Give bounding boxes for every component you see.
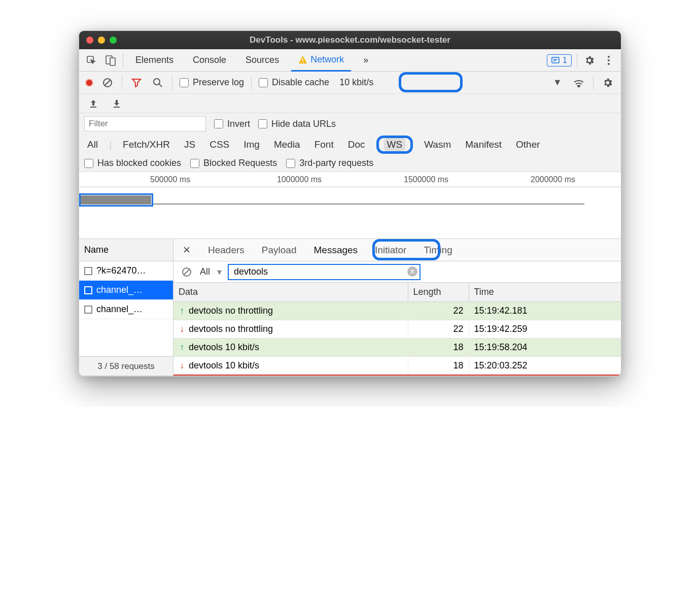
col-length[interactable]: Length xyxy=(408,283,469,302)
timeline-overview[interactable]: 500000 ms 1000000 ms 1500000 ms 2000000 … xyxy=(79,172,621,239)
request-row[interactable]: ?k=62470… xyxy=(79,261,173,281)
svg-rect-4 xyxy=(302,61,303,62)
overview-line xyxy=(153,204,584,205)
filter-img[interactable]: Img xyxy=(240,138,263,151)
issues-icon xyxy=(551,56,559,64)
close-window-button[interactable] xyxy=(86,37,93,44)
close-detail-button[interactable]: ✕ xyxy=(180,243,194,257)
throttling-caret-icon[interactable]: ▼ xyxy=(550,76,565,90)
message-type-select[interactable]: All ▾ xyxy=(200,266,222,278)
separator xyxy=(123,54,123,67)
filter-font[interactable]: Font xyxy=(311,138,337,151)
arrow-up-icon: ↑ xyxy=(179,306,186,316)
svg-point-6 xyxy=(608,56,610,58)
message-row[interactable]: ↓devtools 10 kbit/s1815:20:03.252 xyxy=(173,357,621,376)
minimize-window-button[interactable] xyxy=(98,37,105,44)
tick-label: 2000000 ms xyxy=(531,175,575,184)
arrow-up-icon: ↑ xyxy=(179,342,186,353)
separator xyxy=(577,54,577,67)
request-list: Name ?k=62470…channel_…channel_… 3 / 58 … xyxy=(79,239,173,376)
record-button[interactable] xyxy=(85,79,93,87)
tab-network[interactable]: Network xyxy=(291,49,351,72)
hide-data-urls-checkbox[interactable]: Hide data URLs xyxy=(258,119,336,129)
clear-messages-button[interactable] xyxy=(180,265,194,279)
clear-filter-icon[interactable]: ✕ xyxy=(407,266,417,277)
device-toolbar-icon[interactable] xyxy=(103,53,118,67)
separator xyxy=(593,76,593,89)
issues-chip[interactable]: 1 xyxy=(547,54,572,66)
request-list-header: Name xyxy=(79,239,173,261)
invert-checkbox[interactable]: Invert xyxy=(214,119,250,129)
file-icon xyxy=(84,306,92,314)
tab-initiator[interactable]: Initiator xyxy=(372,243,409,258)
svg-point-11 xyxy=(578,86,580,87)
maximize-window-button[interactable] xyxy=(110,37,117,44)
tab-elements[interactable]: Elements xyxy=(128,49,181,72)
request-count-status: 3 / 58 requests xyxy=(79,356,173,376)
request-row[interactable]: channel_… xyxy=(79,281,173,300)
search-icon[interactable] xyxy=(151,76,165,90)
filter-media[interactable]: Media xyxy=(271,138,303,151)
throttling-select[interactable]: 10 kbit/s xyxy=(339,77,373,88)
tab-messages[interactable]: Messages xyxy=(311,243,361,258)
detail-pane: ✕ Headers Payload Messages Initiator Tim… xyxy=(173,239,621,376)
clear-button[interactable] xyxy=(100,76,115,90)
filter-ws[interactable]: WS xyxy=(384,138,406,151)
col-time[interactable]: Time xyxy=(469,283,621,302)
filter-manifest[interactable]: Manifest xyxy=(462,138,505,151)
detail-tabs: ✕ Headers Payload Messages Initiator Tim… xyxy=(173,239,621,261)
message-row[interactable]: ↓devtools no throttling2215:19:42.259 xyxy=(173,320,621,339)
tick-label: 1500000 ms xyxy=(404,175,448,184)
filter-input[interactable] xyxy=(84,116,206,131)
filter-panel: Invert Hide data URLs All | Fetch/XHR JS… xyxy=(79,113,621,172)
split-pane: Name ?k=62470…channel_…channel_… 3 / 58 … xyxy=(79,239,621,376)
svg-rect-2 xyxy=(110,58,115,65)
third-party-checkbox[interactable]: 3rd-party requests xyxy=(286,158,373,168)
filter-wasm[interactable]: Wasm xyxy=(421,138,454,151)
annotation-highlight: WS xyxy=(376,136,413,154)
file-icon xyxy=(84,267,92,275)
preserve-log-checkbox[interactable]: Preserve log xyxy=(180,77,244,88)
upload-har-icon[interactable] xyxy=(86,96,100,111)
svg-point-8 xyxy=(608,63,610,65)
has-blocked-cookies-checkbox[interactable]: Has blocked cookies xyxy=(84,158,181,168)
col-data[interactable]: Data xyxy=(173,283,408,302)
filter-doc[interactable]: Doc xyxy=(345,138,368,151)
network-conditions-icon[interactable] xyxy=(572,76,586,90)
file-icon xyxy=(84,286,92,294)
traffic-lights xyxy=(86,37,117,44)
tab-timing[interactable]: Timing xyxy=(421,243,455,258)
messages-table: Data Length Time ↑devtools no throttling… xyxy=(173,283,621,376)
svg-point-10 xyxy=(154,79,160,85)
download-har-icon[interactable] xyxy=(110,96,124,111)
message-row[interactable]: ↑devtools 10 kbit/s1815:19:58.204 xyxy=(173,339,621,357)
filter-js[interactable]: JS xyxy=(181,138,198,151)
message-row[interactable]: ↑devtools no throttling2215:19:42.181 xyxy=(173,302,621,320)
settings-icon[interactable] xyxy=(582,53,597,67)
request-row[interactable]: channel_… xyxy=(79,300,173,319)
more-tabs-button[interactable]: » xyxy=(356,49,375,72)
svg-point-7 xyxy=(608,59,610,61)
network-toolbar: Preserve log Disable cache 10 kbit/s ▼ xyxy=(79,72,621,94)
tick-label: 500000 ms xyxy=(150,175,190,184)
filter-other[interactable]: Other xyxy=(513,138,543,151)
disable-cache-checkbox[interactable]: Disable cache xyxy=(259,77,329,88)
window-title: DevTools - www.piesocket.com/websocket-t… xyxy=(250,35,450,45)
tab-sources[interactable]: Sources xyxy=(238,49,286,72)
filter-all[interactable]: All xyxy=(84,138,101,151)
blocked-requests-checkbox[interactable]: Blocked Requests xyxy=(190,158,277,168)
message-filter-input[interactable] xyxy=(228,264,421,280)
tab-console[interactable]: Console xyxy=(186,49,233,72)
filter-fetch[interactable]: Fetch/XHR xyxy=(120,138,173,151)
messages-toolbar: All ▾ ✕ xyxy=(173,261,621,283)
inspect-element-icon[interactable] xyxy=(84,53,98,67)
tab-payload[interactable]: Payload xyxy=(259,243,300,258)
filter-css[interactable]: CSS xyxy=(206,138,232,151)
tick-label: 1000000 ms xyxy=(277,175,322,184)
kebab-menu-icon[interactable] xyxy=(602,53,616,67)
tab-headers[interactable]: Headers xyxy=(205,243,248,258)
network-settings-icon[interactable] xyxy=(601,76,615,90)
filter-toggle-icon[interactable] xyxy=(129,76,144,90)
svg-rect-12 xyxy=(90,107,96,108)
main-tabs: Elements Console Sources Network » 1 xyxy=(79,49,621,72)
